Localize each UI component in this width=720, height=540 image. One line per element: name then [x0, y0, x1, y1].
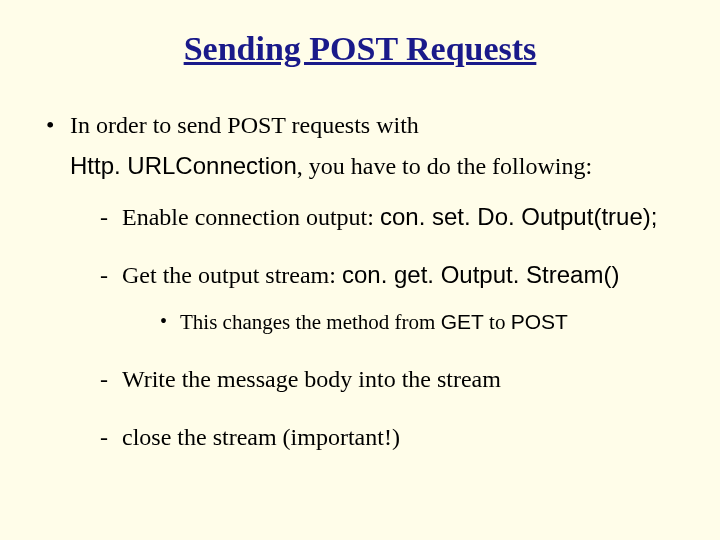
code-text: con. set. Do. Output(true); [380, 203, 657, 230]
list-item: In order to send POST requests with Http… [42, 108, 684, 455]
code-text: con. get. Output. Stream() [342, 261, 619, 288]
code-text: POST [511, 310, 568, 333]
code-text: Http. URLConnection [70, 152, 297, 179]
text: This changes the method from [180, 310, 441, 334]
code-text: GET [441, 310, 484, 333]
list-item: Write the message body into the stream [98, 362, 684, 397]
list-item: Enable connection output: con. set. Do. … [98, 200, 684, 235]
list-item: This changes the method from GET to POST [158, 307, 684, 337]
list-item: Get the output stream: con. get. Output.… [98, 258, 684, 337]
text: Write the message body into the stream [122, 366, 501, 392]
bullet-list-level3: This changes the method from GET to POST [158, 307, 684, 337]
text: to [484, 310, 511, 334]
slide-title: Sending POST Requests [36, 30, 684, 68]
text: close the stream (important!) [122, 424, 400, 450]
list-item: close the stream (important!) [98, 420, 684, 455]
bullet-list-level2: Enable connection output: con. set. Do. … [98, 200, 684, 456]
text: Enable connection output: [122, 204, 380, 230]
text: Get the output stream: [122, 262, 342, 288]
slide: Sending POST Requests In order to send P… [0, 0, 720, 540]
text-continuation: Http. URLConnection, you have to do the … [70, 149, 684, 184]
text: , you have to do the following: [297, 153, 592, 179]
text: In order to send POST requests with [70, 112, 419, 138]
bullet-list-level1: In order to send POST requests with Http… [42, 108, 684, 455]
